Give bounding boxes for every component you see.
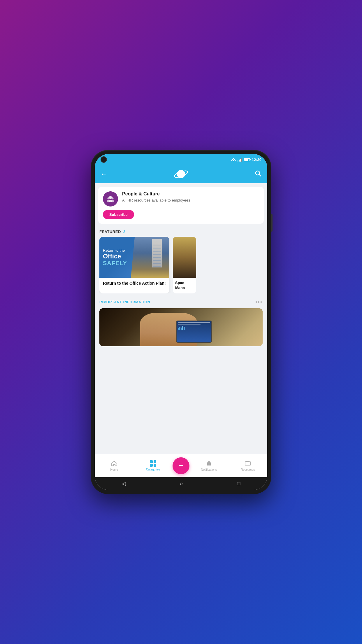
screen-chart (178, 326, 210, 330)
culture-avatar (103, 191, 118, 206)
tab-categories[interactable]: Categories (134, 460, 173, 471)
tab-home[interactable]: Home (95, 460, 134, 471)
tab-notifications[interactable]: Notifications (189, 460, 229, 471)
search-icon (255, 170, 261, 177)
tab-resources[interactable]: Resources (229, 460, 268, 471)
back-button[interactable]: ← (101, 170, 107, 178)
culture-text: People & Culture All HR resources availa… (122, 191, 190, 203)
wifi-icon (231, 158, 236, 161)
svg-point-9 (108, 197, 110, 200)
bar-3 (181, 328, 182, 330)
svg-point-10 (112, 197, 114, 200)
screen-line-2 (178, 324, 201, 325)
svg-point-13 (111, 200, 114, 202)
side-button (271, 214, 273, 232)
bar-5 (184, 327, 185, 330)
home-label: Home (110, 468, 118, 471)
featured-card-1-body: Return to the Office Action Plan! (99, 278, 169, 289)
featured-card-2[interactable]: Spac Mana (173, 237, 196, 293)
featured-card-1-image: Return to the Office SAFELY (99, 237, 169, 278)
resources-label: Resources (241, 468, 255, 471)
phone-shape (176, 321, 212, 342)
office-background: Return to the Office SAFELY (99, 237, 169, 278)
home-icon (111, 460, 118, 467)
phone-screen-content (177, 321, 211, 342)
notifications-icon (205, 460, 212, 467)
nav-home-button[interactable]: ○ (180, 481, 183, 487)
planet-icon (174, 167, 188, 181)
featured-card-1[interactable]: Return to the Office SAFELY Return to th… (99, 237, 169, 293)
featured-section: FEATURED 2 Return to the (95, 226, 267, 296)
categories-label: Categories (146, 468, 160, 471)
fab-icon: + (178, 461, 184, 470)
svg-point-8 (109, 196, 112, 199)
categories-icon (150, 460, 156, 467)
culture-title: People & Culture (122, 191, 190, 197)
featured-header: FEATURED 2 (99, 230, 263, 234)
culture-card-top: People & Culture All HR resources availa… (103, 191, 259, 206)
office-overlay-text: Return to the Office SAFELY (103, 248, 127, 266)
resources-icon (244, 460, 251, 467)
more-options-button[interactable]: ••• (255, 299, 263, 305)
featured-card-2-title: Spac Mana (173, 278, 196, 293)
search-button[interactable] (255, 170, 261, 178)
bar-4 (182, 326, 183, 330)
screen-line-1 (178, 322, 210, 323)
fab-button[interactable]: + (173, 457, 189, 474)
featured-card-2-image (173, 237, 196, 278)
info-card[interactable] (99, 308, 263, 346)
nav-bar: ◁ ○ □ (95, 477, 267, 490)
important-section: IMPORTANT INFORMATION ••• (95, 296, 267, 349)
svg-line-7 (259, 174, 261, 176)
clock: 12:30 (252, 158, 261, 162)
nav-back-button[interactable]: ◁ (122, 480, 126, 487)
info-card-image (99, 308, 263, 346)
status-icons: 12:30 (231, 158, 261, 162)
content-area: People & Culture All HR resources availa… (95, 183, 267, 454)
camera-notch (101, 156, 107, 163)
app-logo (174, 167, 188, 181)
building-image (131, 237, 169, 278)
featured-label: FEATURED (99, 230, 121, 234)
office-text: Office (103, 253, 127, 260)
culture-description: All HR resources available to employees (122, 198, 190, 203)
subscribe-button[interactable]: Subscribe (103, 210, 134, 219)
status-bar: 12:30 (95, 154, 267, 165)
featured-scroll[interactable]: Return to the Office SAFELY Return to th… (99, 237, 263, 293)
svg-point-12 (107, 200, 110, 202)
return-to-text: Return to the (103, 248, 127, 253)
featured-card-1-title: Return to the Office Action Plan! (103, 281, 166, 286)
tab-bar: Home Categories + (95, 454, 267, 477)
safely-text: SAFELY (103, 260, 127, 266)
culture-card: People & Culture All HR resources availa… (98, 187, 264, 224)
phone-screen: 12:30 ← (95, 154, 267, 490)
important-label: IMPORTANT INFORMATION (99, 300, 150, 304)
bar-2 (179, 327, 180, 330)
important-header: IMPORTANT INFORMATION ••• (99, 299, 263, 305)
battery-icon (244, 158, 250, 161)
people-icon (106, 195, 115, 203)
phone-frame: 12:30 ← (91, 150, 271, 494)
notifications-label: Notifications (201, 468, 217, 471)
bottom-spacer (95, 349, 267, 354)
nav-recents-button[interactable]: □ (237, 481, 240, 487)
tower (152, 239, 162, 267)
featured-count: 2 (123, 230, 125, 234)
app-header: ← (95, 165, 267, 183)
bar-1 (178, 328, 179, 330)
signal-icon (238, 158, 242, 162)
